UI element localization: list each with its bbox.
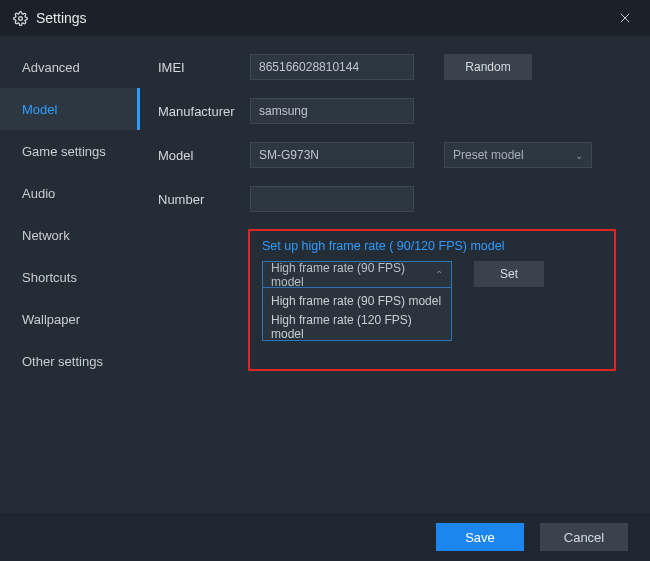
sidebar-item-network[interactable]: Network <box>0 214 140 256</box>
window-title: Settings <box>36 10 87 26</box>
sidebar-item-game-settings[interactable]: Game settings <box>0 130 140 172</box>
sidebar-item-label: Model <box>22 102 57 117</box>
content-pane: IMEI Random Manufacturer Model Preset mo… <box>140 36 650 513</box>
chevron-up-icon: ⌃ <box>435 269 443 280</box>
close-button[interactable] <box>612 5 638 31</box>
sidebar-item-label: Audio <box>22 186 55 201</box>
number-input[interactable] <box>250 186 414 212</box>
frame-rate-option-120[interactable]: High frame rate (120 FPS) model <box>263 314 451 340</box>
model-label: Model <box>158 148 250 163</box>
sidebar-item-label: Wallpaper <box>22 312 80 327</box>
save-button[interactable]: Save <box>436 523 524 551</box>
set-button[interactable]: Set <box>474 261 544 287</box>
footer: Save Cancel <box>0 513 650 561</box>
sidebar-item-audio[interactable]: Audio <box>0 172 140 214</box>
sidebar-item-label: Game settings <box>22 144 106 159</box>
cancel-button[interactable]: Cancel <box>540 523 628 551</box>
sidebar-item-label: Shortcuts <box>22 270 77 285</box>
high-frame-rate-title: Set up high frame rate ( 90/120 FPS) mod… <box>262 239 602 253</box>
sidebar-item-wallpaper[interactable]: Wallpaper <box>0 298 140 340</box>
chevron-down-icon: ⌄ <box>575 150 583 161</box>
titlebar: Settings <box>0 0 650 36</box>
sidebar-item-advanced[interactable]: Advanced <box>0 46 140 88</box>
model-input[interactable] <box>250 142 414 168</box>
manufacturer-input[interactable] <box>250 98 414 124</box>
high-frame-rate-section: Set up high frame rate ( 90/120 FPS) mod… <box>248 229 616 371</box>
random-button[interactable]: Random <box>444 54 532 80</box>
manufacturer-label: Manufacturer <box>158 104 250 119</box>
sidebar-item-label: Advanced <box>22 60 80 75</box>
gear-icon <box>12 10 28 26</box>
sidebar-item-shortcuts[interactable]: Shortcuts <box>0 256 140 298</box>
sidebar-item-label: Network <box>22 228 70 243</box>
sidebar-item-label: Other settings <box>22 354 103 369</box>
number-label: Number <box>158 192 250 207</box>
preset-model-dropdown[interactable]: Preset model ⌄ <box>444 142 592 168</box>
imei-input[interactable] <box>250 54 414 80</box>
frame-rate-dropdown[interactable]: High frame rate (90 FPS) model ⌃ High fr… <box>262 261 452 341</box>
sidebar-item-other-settings[interactable]: Other settings <box>0 340 140 382</box>
frame-rate-option-90[interactable]: High frame rate (90 FPS) model <box>263 288 451 314</box>
svg-point-0 <box>18 16 22 20</box>
frame-rate-selected-label: High frame rate (90 FPS) model <box>271 261 435 289</box>
sidebar-item-model[interactable]: Model <box>0 88 140 130</box>
frame-rate-selected[interactable]: High frame rate (90 FPS) model ⌃ <box>263 262 451 288</box>
sidebar: Advanced Model Game settings Audio Netwo… <box>0 36 140 513</box>
imei-label: IMEI <box>158 60 250 75</box>
preset-model-label: Preset model <box>453 148 524 162</box>
